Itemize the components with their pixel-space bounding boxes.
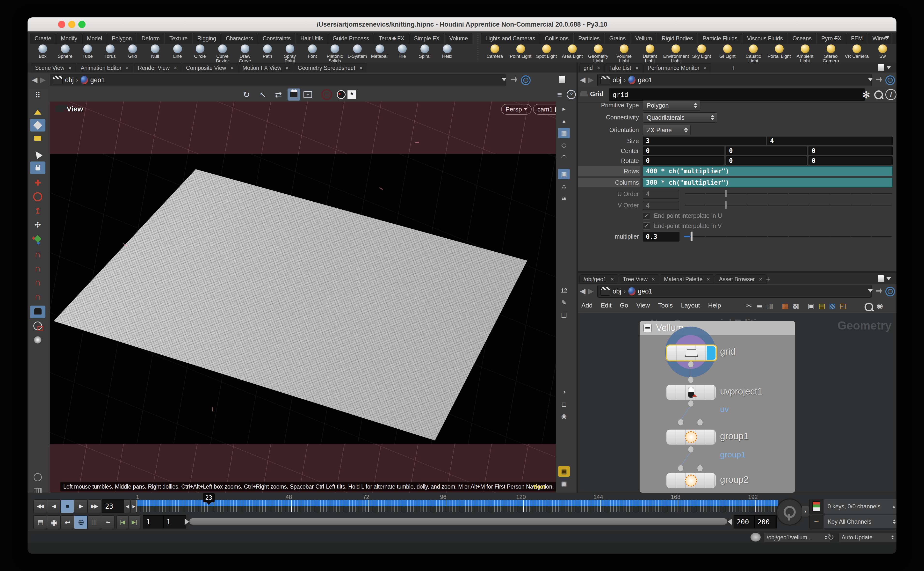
params-pane-controls[interactable] <box>878 64 891 71</box>
path-dropdown-icon[interactable] <box>502 78 507 81</box>
timeline-ticks[interactable] <box>137 506 778 512</box>
shelf-tool[interactable]: Sky Light <box>688 45 715 62</box>
center-y-field[interactable]: 0 <box>726 147 807 155</box>
breadcrumb[interactable]: obj › geo1 <box>597 285 872 298</box>
keyframes-icon[interactable] <box>810 499 823 514</box>
context-path-dropdown[interactable]: /obj/geo1/vellum... <box>764 532 830 542</box>
display-toggle-icon[interactable]: ✎ <box>558 297 570 308</box>
play-button[interactable]: ▶ <box>74 500 88 513</box>
network-boxes-icon[interactable]: ▣ <box>806 300 816 311</box>
shelf-tab[interactable]: Create <box>30 33 56 44</box>
shelf-tool[interactable]: Caustic Light <box>740 45 766 62</box>
wrench-icon[interactable]: ✂ <box>744 300 754 311</box>
node-output-dot[interactable] <box>688 400 694 407</box>
tree-view-icon[interactable]: ≣ <box>755 300 764 311</box>
scene-add-pane-tab[interactable]: + <box>350 63 360 73</box>
shelf-tab[interactable]: Simple FX <box>409 33 444 44</box>
info-icon[interactable]: i <box>886 89 896 100</box>
menu-item[interactable]: Go <box>620 302 628 309</box>
memory-icon[interactable] <box>750 533 761 542</box>
menu-item[interactable]: Edit <box>601 302 611 309</box>
rotate-tool-icon[interactable] <box>30 190 45 203</box>
key-options-icon[interactable]: ▾ <box>802 506 809 517</box>
select-geometry-icon[interactable] <box>30 119 45 131</box>
path-dropdown-icon[interactable] <box>868 289 873 293</box>
params-add-pane-tab[interactable]: + <box>728 63 739 73</box>
pane-menu-icon[interactable] <box>886 66 891 69</box>
v-order-slider-handle[interactable] <box>725 201 727 208</box>
edit-tool-icon[interactable]: ✣ <box>30 219 45 231</box>
select-arrow-icon[interactable] <box>30 148 45 160</box>
current-frame-field[interactable]: 23 <box>102 500 126 513</box>
node-name-input[interactable]: grid <box>609 88 865 100</box>
u-order-slider-handle[interactable] <box>725 190 727 197</box>
minimize-window-icon[interactable] <box>68 21 75 28</box>
display-options-icon[interactable]: * <box>345 88 358 100</box>
view-globe-icon[interactable] <box>30 471 45 483</box>
shelf-tool[interactable]: Line <box>166 45 189 62</box>
display-toggle-icon[interactable]: ▸ <box>558 103 570 114</box>
shelf-tab[interactable]: Hair Utils <box>296 33 327 44</box>
breadcrumb-root[interactable]: obj <box>613 76 621 84</box>
shelf-tab[interactable]: Characters <box>221 33 257 44</box>
rotate-z-field[interactable]: 0 <box>808 156 893 165</box>
render-region-icon[interactable] <box>320 88 333 100</box>
close-tab-icon[interactable]: ✕ <box>707 276 710 282</box>
network-add-pane-tab[interactable]: + <box>762 274 774 284</box>
handles-tool-icon[interactable] <box>30 233 45 245</box>
v-order-field[interactable]: 4 <box>643 201 679 210</box>
eye-icon[interactable]: ◉ <box>875 300 885 311</box>
close-tab-icon[interactable]: ✕ <box>759 276 762 282</box>
shelf-tab[interactable]: Guide Process <box>328 33 374 44</box>
pane-tab[interactable]: Take List ✕ <box>605 63 643 73</box>
gear-menu-icon[interactable]: ✻ <box>862 90 870 100</box>
shelf-tool[interactable]: VR Camera <box>844 45 870 62</box>
sticky-note-icon[interactable]: ▤ <box>817 300 827 311</box>
shelf-tab[interactable]: Deform <box>137 33 164 44</box>
view-plane-icon[interactable] <box>30 319 45 332</box>
close-tab-icon[interactable]: ✕ <box>610 276 614 282</box>
close-tab-icon[interactable]: ✕ <box>597 65 601 71</box>
shelf-tool[interactable]: Curve Bezier <box>211 45 234 62</box>
center-x-field[interactable]: 0 <box>643 147 724 155</box>
shelf-tool[interactable]: Camera <box>482 45 508 62</box>
range-substart-field[interactable]: 1 <box>163 515 186 528</box>
search-icon[interactable] <box>874 90 883 99</box>
view-camera-icon[interactable] <box>30 306 45 318</box>
menu-item[interactable]: Help <box>708 302 721 309</box>
u-order-slider[interactable] <box>684 193 892 194</box>
pane-tab[interactable]: Asset Browser ✕ <box>715 275 767 284</box>
shelf-tool[interactable]: Helix <box>436 45 458 62</box>
node-input-dot[interactable] <box>688 377 694 383</box>
view-pan-icon[interactable]: ↖ <box>257 88 269 100</box>
range-slider[interactable] <box>189 518 727 525</box>
shelf-tool[interactable]: Box <box>31 45 54 62</box>
shelf-tool[interactable]: Platonic Solids <box>323 45 346 62</box>
node-output-dot[interactable] <box>688 361 694 368</box>
display-toggle-icon[interactable]: ◻ <box>558 399 570 409</box>
secure-selection-icon[interactable] <box>30 162 45 174</box>
primitive-type-dropdown[interactable]: Polygon <box>643 100 700 111</box>
update-mode-dropdown[interactable]: Auto Update <box>838 532 896 542</box>
node-input-dot[interactable] <box>678 419 684 426</box>
node-group2[interactable] <box>666 472 716 489</box>
multiplier-slider-handle[interactable] <box>691 231 693 241</box>
close-tab-icon[interactable]: ✕ <box>230 65 234 71</box>
pane-tab[interactable]: Render View ✕ <box>134 63 182 73</box>
snap-curve-icon[interactable]: ∩ <box>30 262 45 275</box>
display-toggle-icon[interactable]: ▴ <box>558 116 570 126</box>
rewind-button[interactable]: ◀◀ <box>33 500 47 513</box>
channels-curve-icon[interactable]: ~~ <box>810 515 823 528</box>
playbar-panel-icon[interactable]: ▤ <box>33 515 47 529</box>
shelf-tool[interactable]: Draw Curve <box>234 45 256 62</box>
pane-tab[interactable]: /obj/geo1 ✕ <box>579 275 618 284</box>
prev-key-button[interactable]: |◀ <box>117 515 128 529</box>
level-of-detail-label[interactable]: 12 <box>558 285 570 296</box>
close-window-icon[interactable] <box>58 21 65 28</box>
menu-item[interactable]: View <box>636 302 650 309</box>
range-start-field[interactable]: 1 <box>143 515 165 528</box>
range-left-handle[interactable] <box>185 518 189 525</box>
node-group1[interactable] <box>666 429 716 445</box>
multiplier-field[interactable]: 0.3 <box>643 232 679 241</box>
display-toggle-icon[interactable]: ◔ <box>558 387 570 397</box>
